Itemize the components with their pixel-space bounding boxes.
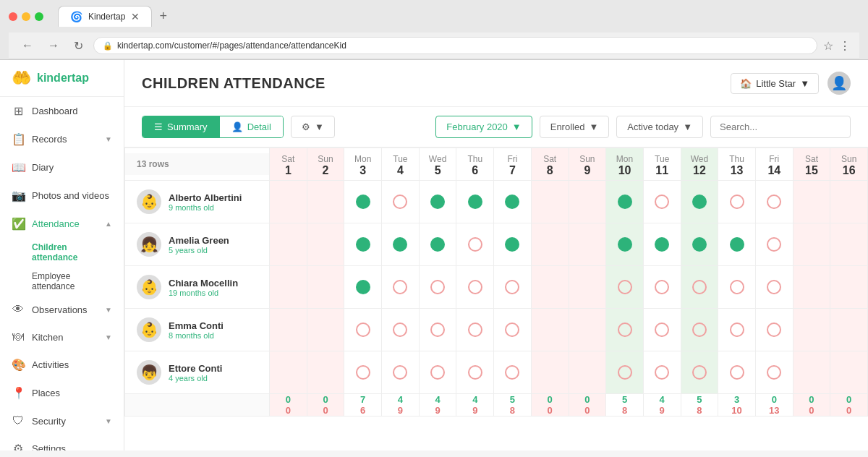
attendance-cell-1-8[interactable]	[569, 223, 606, 266]
address-bar[interactable]: 🔒 kindertap.com/customer/#/pages/attenda…	[93, 37, 817, 54]
attendance-cell-4-5[interactable]	[456, 351, 494, 394]
tab-close-button[interactable]: ✕	[131, 12, 140, 22]
attendance-cell-0-10[interactable]	[643, 181, 681, 223]
sidebar-item-observations[interactable]: 👁 Observations ▼	[0, 296, 124, 323]
attendance-cell-2-8[interactable]	[569, 266, 606, 309]
attendance-cell-0-7[interactable]	[531, 181, 569, 223]
attendance-cell-2-9[interactable]	[606, 266, 644, 309]
attendance-cell-0-8[interactable]	[569, 181, 606, 223]
attendance-cell-3-0[interactable]	[270, 309, 307, 351]
attendance-cell-1-0[interactable]	[270, 223, 307, 266]
sidebar-item-security[interactable]: 🛡 Security ▼	[0, 407, 124, 435]
attendance-cell-3-2[interactable]	[344, 309, 382, 351]
attendance-cell-3-14[interactable]	[793, 309, 830, 351]
attendance-cell-4-6[interactable]	[494, 351, 532, 394]
attendance-cell-0-3[interactable]	[382, 181, 420, 223]
enrolled-filter[interactable]: Enrolled ▼	[540, 116, 610, 138]
browser-tab[interactable]: 🌀 Kindertap ✕	[58, 6, 152, 27]
sidebar-item-places[interactable]: 📍 Places	[0, 379, 124, 407]
attendance-cell-0-4[interactable]	[419, 181, 456, 223]
fullscreen-traffic-light[interactable]	[35, 12, 43, 21]
attendance-cell-3-3[interactable]	[382, 309, 420, 351]
attendance-cell-4-8[interactable]	[569, 351, 606, 394]
org-selector[interactable]: 🏠 Little Star ▼	[731, 73, 819, 94]
attendance-cell-4-11[interactable]	[681, 351, 718, 394]
attendance-cell-4-9[interactable]	[606, 351, 644, 394]
attendance-cell-3-13[interactable]	[755, 309, 793, 351]
month-selector[interactable]: February 2020 ▼	[435, 116, 532, 138]
attendance-cell-3-12[interactable]	[718, 309, 756, 351]
attendance-cell-3-7[interactable]	[531, 309, 569, 351]
attendance-cell-4-12[interactable]	[718, 351, 756, 394]
attendance-cell-1-1[interactable]	[307, 223, 344, 266]
attendance-cell-4-3[interactable]	[382, 351, 420, 394]
attendance-cell-2-14[interactable]	[793, 266, 830, 309]
attendance-cell-1-9[interactable]	[606, 223, 644, 266]
search-input[interactable]	[710, 116, 851, 138]
attendance-cell-2-12[interactable]	[718, 266, 756, 309]
attendance-cell-1-10[interactable]	[643, 223, 681, 266]
sidebar-item-activities[interactable]: 🎨 Activities	[0, 351, 124, 379]
sidebar-item-diary[interactable]: 📖 Diary	[0, 153, 124, 181]
attendance-cell-0-15[interactable]	[830, 181, 868, 223]
attendance-cell-2-5[interactable]	[456, 266, 494, 309]
attendance-cell-0-0[interactable]	[270, 181, 307, 223]
attendance-cell-1-2[interactable]	[344, 223, 382, 266]
sidebar-sub-children-attendance[interactable]: Children attendance	[32, 238, 124, 267]
sidebar-item-kitchen[interactable]: 🍽 Kitchen ▼	[0, 323, 124, 351]
back-button[interactable]: ←	[17, 38, 38, 54]
attendance-cell-2-7[interactable]	[531, 266, 569, 309]
sidebar-item-attendance[interactable]: ✅ Attendance ▲	[0, 210, 124, 238]
sidebar-item-records[interactable]: 📋 Records ▼	[0, 125, 124, 153]
attendance-cell-2-2[interactable]	[344, 266, 382, 309]
minimize-traffic-light[interactable]	[22, 12, 30, 21]
attendance-cell-2-4[interactable]	[419, 266, 456, 309]
sidebar-item-settings[interactable]: ⚙ Settings	[0, 435, 124, 450]
attendance-cell-1-4[interactable]	[419, 223, 456, 266]
attendance-cell-1-5[interactable]	[456, 223, 494, 266]
attendance-cell-3-4[interactable]	[419, 309, 456, 351]
settings-button[interactable]: ⚙ ▼	[291, 116, 335, 138]
attendance-cell-1-3[interactable]	[382, 223, 420, 266]
attendance-cell-1-7[interactable]	[531, 223, 569, 266]
active-today-filter[interactable]: Active today ▼	[616, 116, 703, 138]
attendance-cell-0-1[interactable]	[307, 181, 344, 223]
attendance-cell-4-14[interactable]	[793, 351, 830, 394]
refresh-button[interactable]: ↻	[69, 38, 88, 54]
attendance-cell-1-12[interactable]	[718, 223, 756, 266]
attendance-cell-0-5[interactable]	[456, 181, 494, 223]
attendance-cell-3-10[interactable]	[643, 309, 681, 351]
attendance-cell-2-0[interactable]	[270, 266, 307, 309]
sidebar-sub-employee-attendance[interactable]: Employee attendance	[32, 267, 124, 296]
attendance-cell-2-6[interactable]	[494, 266, 532, 309]
sidebar-item-dashboard[interactable]: ⊞ Dashboard	[0, 97, 124, 125]
attendance-cell-1-11[interactable]	[681, 223, 718, 266]
attendance-cell-2-10[interactable]	[643, 266, 681, 309]
attendance-cell-4-0[interactable]	[270, 351, 307, 394]
attendance-cell-4-4[interactable]	[419, 351, 456, 394]
attendance-cell-3-1[interactable]	[307, 309, 344, 351]
attendance-cell-1-6[interactable]	[494, 223, 532, 266]
attendance-cell-2-13[interactable]	[755, 266, 793, 309]
user-avatar[interactable]: 👤	[827, 72, 851, 95]
attendance-cell-0-14[interactable]	[793, 181, 830, 223]
attendance-cell-0-13[interactable]	[755, 181, 793, 223]
attendance-cell-4-7[interactable]	[531, 351, 569, 394]
attendance-cell-1-15[interactable]	[830, 223, 868, 266]
attendance-cell-2-3[interactable]	[382, 266, 420, 309]
new-tab-button[interactable]: +	[153, 6, 173, 27]
attendance-cell-3-8[interactable]	[569, 309, 606, 351]
attendance-cell-2-11[interactable]	[681, 266, 718, 309]
attendance-cell-3-5[interactable]	[456, 309, 494, 351]
attendance-cell-1-13[interactable]	[755, 223, 793, 266]
attendance-cell-3-11[interactable]	[681, 309, 718, 351]
attendance-cell-2-1[interactable]	[307, 266, 344, 309]
attendance-cell-1-14[interactable]	[793, 223, 830, 266]
attendance-cell-2-15[interactable]	[830, 266, 868, 309]
bookmark-icon[interactable]: ☆	[823, 39, 833, 53]
summary-button[interactable]: ☰ Summary	[142, 116, 220, 137]
attendance-cell-4-10[interactable]	[643, 351, 681, 394]
attendance-cell-4-13[interactable]	[755, 351, 793, 394]
sidebar-item-photos[interactable]: 📷 Photos and videos	[0, 181, 124, 210]
attendance-cell-3-6[interactable]	[494, 309, 532, 351]
